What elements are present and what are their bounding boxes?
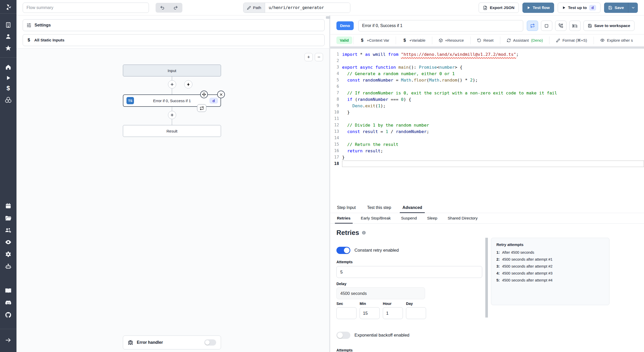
time-field-label: Day — [406, 302, 426, 306]
attempts-input[interactable] — [336, 266, 482, 278]
line-number: 1 — [330, 51, 339, 58]
github-icon[interactable] — [5, 312, 12, 319]
workspace-building-icon[interactable] — [5, 22, 12, 28]
early-stop-button[interactable] — [541, 21, 552, 31]
flow-settings-row[interactable]: Settings — [23, 19, 325, 31]
resources-boxes-icon[interactable] — [5, 96, 12, 103]
time-field-day: Day — [406, 302, 426, 319]
retry-attempt-item: 2:4500 seconds after attempt #1 — [496, 257, 604, 261]
retries-toggle-button[interactable] — [527, 21, 538, 31]
runs-play-icon[interactable] — [5, 75, 11, 81]
add-trigger-button[interactable] — [184, 80, 192, 89]
explore-scripts-button[interactable]: Explore other s — [594, 37, 639, 44]
tab-test-this-step[interactable]: Test this step — [367, 205, 391, 213]
line-number: 6 — [330, 83, 339, 90]
time-field-hour: Hour — [383, 302, 403, 319]
user-icon[interactable] — [5, 33, 12, 40]
dollar-icon: $ — [360, 38, 365, 43]
collapse-arrow-right-icon[interactable] — [5, 337, 12, 344]
settings-gear-icon[interactable] — [5, 251, 12, 258]
error-handler-toggle[interactable] — [204, 339, 216, 346]
sleep-button[interactable] — [569, 21, 581, 31]
suspend-badge: d — [209, 98, 218, 104]
reset-button[interactable]: Reset — [470, 37, 500, 44]
subtab-shared-directory[interactable]: Shared Directory — [448, 216, 478, 223]
subtab-suspend[interactable]: Suspend — [401, 216, 417, 223]
format-button[interactable]: Format (⌘+S) — [549, 37, 593, 44]
folders-icon[interactable] — [5, 215, 12, 222]
hour-input[interactable] — [383, 307, 403, 319]
code-editor-lines: 1import * as wmill from "https://deno.la… — [330, 51, 644, 167]
line-number: 10 — [330, 109, 339, 116]
retry-indicator-button[interactable] — [197, 104, 206, 112]
variables-dollar-icon[interactable]: $ — [6, 85, 10, 92]
main-content: Settings $ All Static Inputs + − Input — [16, 15, 644, 352]
day-input[interactable] — [406, 307, 426, 319]
min-input[interactable] — [360, 307, 380, 319]
exponential-backoff-toggle[interactable] — [336, 332, 350, 339]
save-button[interactable]: Save — [604, 3, 628, 13]
error-handler-node[interactable]: Error handler — [123, 336, 221, 349]
code-line-1: 1import * as wmill from "https://deno.la… — [330, 51, 644, 58]
zoom-in-button[interactable]: + — [304, 53, 313, 61]
undo-button[interactable] — [156, 3, 169, 13]
path-input[interactable] — [265, 3, 350, 13]
home-icon[interactable] — [5, 64, 12, 71]
add-resource-button[interactable]: +Resource — [432, 37, 470, 44]
plus-icon — [170, 82, 174, 86]
groups-users-gear-icon[interactable] — [5, 227, 12, 234]
save-icon — [608, 6, 612, 10]
input-node-label: Input — [168, 68, 176, 73]
discord-icon[interactable] — [5, 300, 12, 306]
delay-input[interactable] — [336, 287, 425, 299]
sec-input[interactable] — [336, 307, 357, 319]
flow-canvas[interactable]: + − Input TS Error if 0, Success if 1 — [16, 48, 329, 352]
suspend-button[interactable] — [555, 21, 566, 31]
test-flow-button[interactable]: Test flow — [522, 3, 554, 13]
code-line-15: 15 // Return the result — [330, 141, 644, 148]
add-context-var-button[interactable]: $ +Context Var — [353, 37, 396, 44]
assistant-button[interactable]: Assistant (Deno) — [500, 37, 549, 44]
workers-robot-icon[interactable] — [5, 263, 12, 270]
exponential-backoff-label: Exponential backoff enabled — [354, 333, 409, 338]
windmill-logo-icon[interactable] — [4, 3, 12, 11]
test-up-to-button[interactable]: Test up to d — [558, 3, 600, 13]
export-json-button[interactable]: Export JSON — [479, 3, 519, 13]
all-static-inputs-row[interactable]: $ All Static Inputs — [23, 34, 325, 46]
subtab-sleep[interactable]: Sleep — [427, 216, 437, 223]
editor-toolbar: Valid $ +Context Var $ +Variable +Resour… — [330, 34, 644, 46]
retry-attempts-list: 1:After 4500 seconds2:4500 seconds after… — [496, 250, 604, 282]
rail-divider — [0, 13, 16, 14]
constant-retry-toggle[interactable] — [336, 247, 350, 254]
schedules-calendar-icon[interactable] — [5, 203, 12, 209]
add-step-button[interactable] — [168, 80, 176, 89]
line-number: 11 — [330, 116, 339, 122]
scrollbar-thumb[interactable] — [485, 238, 488, 318]
delete-step-button[interactable] — [217, 91, 225, 98]
editor-resize-bar[interactable] — [330, 47, 644, 49]
code-line-12: 12 // Divide 1 by the random number — [330, 122, 644, 128]
time-field-label: Hour — [383, 302, 403, 306]
result-node[interactable]: Result — [123, 125, 221, 137]
save-dropdown-button[interactable] — [628, 3, 638, 13]
add-step-button[interactable] — [168, 111, 176, 119]
docs-book-icon[interactable] — [5, 287, 12, 294]
add-variable-button[interactable]: $ +Variable — [396, 37, 432, 44]
favorites-star-icon[interactable] — [5, 45, 12, 51]
move-step-button[interactable] — [200, 91, 208, 98]
zoom-out-button[interactable]: − — [315, 53, 323, 61]
redo-button[interactable] — [169, 3, 182, 13]
tab-advanced[interactable]: Advanced — [402, 205, 422, 213]
input-node[interactable]: Input — [123, 65, 221, 76]
save-to-workspace-button[interactable]: Save to workspace — [583, 21, 635, 31]
play-icon — [527, 6, 530, 10]
step-title-input[interactable] — [358, 20, 523, 31]
tab-step-input[interactable]: Step Input — [337, 205, 356, 213]
flow-summary-input[interactable] — [23, 3, 149, 13]
constant-retry-row: Constant retry enabled — [336, 247, 399, 254]
audit-eye-icon[interactable] — [5, 239, 12, 246]
subtab-retries[interactable]: Retries — [337, 216, 351, 223]
code-editor[interactable]: 1import * as wmill from "https://deno.la… — [330, 49, 644, 203]
subtab-early-stop-break[interactable]: Early Stop/Break — [361, 216, 391, 223]
step-id-badge: d — [589, 5, 596, 11]
